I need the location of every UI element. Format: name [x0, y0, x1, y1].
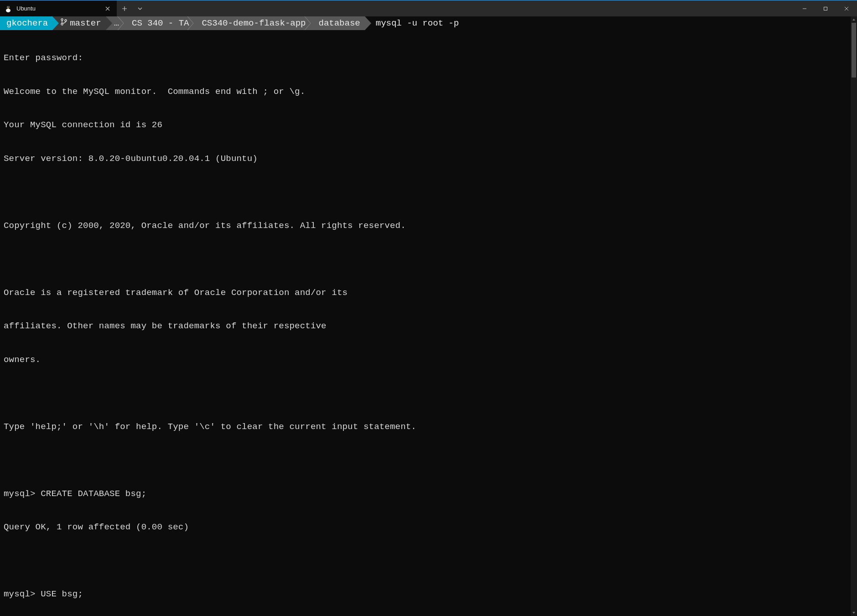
prompt-path-1-segment: CS 340 - TA — [124, 16, 193, 30]
prompt-branch-segment: master — [52, 16, 105, 30]
close-window-button[interactable] — [836, 0, 857, 16]
svg-point-7 — [65, 20, 67, 21]
prompt-path-3-segment: database — [311, 16, 365, 30]
svg-point-5 — [61, 19, 63, 21]
prompt-path-3: database — [319, 18, 360, 28]
svg-point-1 — [6, 9, 10, 12]
blank-line — [4, 555, 851, 567]
prompt-path-2: CS340-demo-flask-app — [202, 18, 306, 28]
prompt-path-1: CS 340 - TA — [132, 18, 189, 28]
blank-line — [4, 388, 851, 399]
output-line: Server version: 8.0.20-0ubuntu0.20.04.1 … — [4, 153, 851, 165]
tab-title: Ubuntu — [16, 5, 99, 12]
prompt-user: gkochera — [6, 18, 48, 28]
prompt-path-2-segment: CS340-demo-flask-app — [193, 16, 310, 30]
maximize-button[interactable] — [815, 0, 836, 16]
scrollbar-thumb[interactable] — [852, 23, 856, 78]
output-line: Your MySQL connection id is 26 — [4, 119, 851, 131]
output-line: Welcome to the MySQL monitor. Commands e… — [4, 86, 851, 98]
scrollbar[interactable] — [851, 16, 857, 616]
output-line: Oracle is a registered trademark of Orac… — [4, 287, 851, 299]
output-line: Copyright (c) 2000, 2020, Oracle and/or … — [4, 220, 851, 232]
close-tab-button[interactable] — [103, 4, 112, 13]
git-branch-icon — [61, 18, 67, 28]
output-line: mysql> CREATE DATABASE bsg; — [4, 488, 851, 500]
output-line: Type 'help;' or '\h' for help. Type '\c'… — [4, 421, 851, 433]
tux-icon — [5, 5, 12, 12]
tab-dropdown-button[interactable] — [132, 0, 148, 16]
output-line: affiliates. Other names may be trademark… — [4, 321, 851, 332]
svg-point-6 — [61, 23, 63, 25]
window-controls — [794, 0, 857, 16]
output-line: owners. — [4, 354, 851, 366]
svg-point-3 — [9, 6, 10, 7]
output-line: mysql> USE bsg; — [4, 589, 851, 600]
output-line: Enter password: — [4, 52, 851, 64]
prompt-path-ellipsis: … — [114, 18, 119, 28]
tab-ubuntu[interactable]: Ubuntu — [0, 0, 117, 16]
blank-line — [4, 254, 851, 265]
titlebar-drag-area[interactable] — [148, 0, 794, 16]
minimize-button[interactable] — [794, 0, 815, 16]
scroll-up-icon[interactable] — [851, 16, 857, 23]
prompt: gkochera master … CS 340 - TA CS340-demo… — [0, 16, 857, 30]
output-line: Query OK, 1 row affected (0.00 sec) — [4, 522, 851, 533]
new-tab-button[interactable] — [117, 0, 132, 16]
scroll-down-icon[interactable] — [851, 610, 857, 616]
prompt-user-segment: gkochera — [0, 16, 52, 30]
terminal-output: Enter password: Welcome to the MySQL mon… — [0, 30, 857, 616]
blank-line — [4, 186, 851, 198]
svg-rect-4 — [824, 7, 827, 10]
prompt-command: mysql -u root -p — [365, 16, 459, 30]
blank-line — [4, 455, 851, 466]
svg-point-2 — [7, 6, 8, 7]
prompt-branch: master — [70, 18, 101, 28]
terminal[interactable]: gkochera master … CS 340 - TA CS340-demo… — [0, 16, 857, 616]
titlebar: Ubuntu — [0, 0, 857, 16]
